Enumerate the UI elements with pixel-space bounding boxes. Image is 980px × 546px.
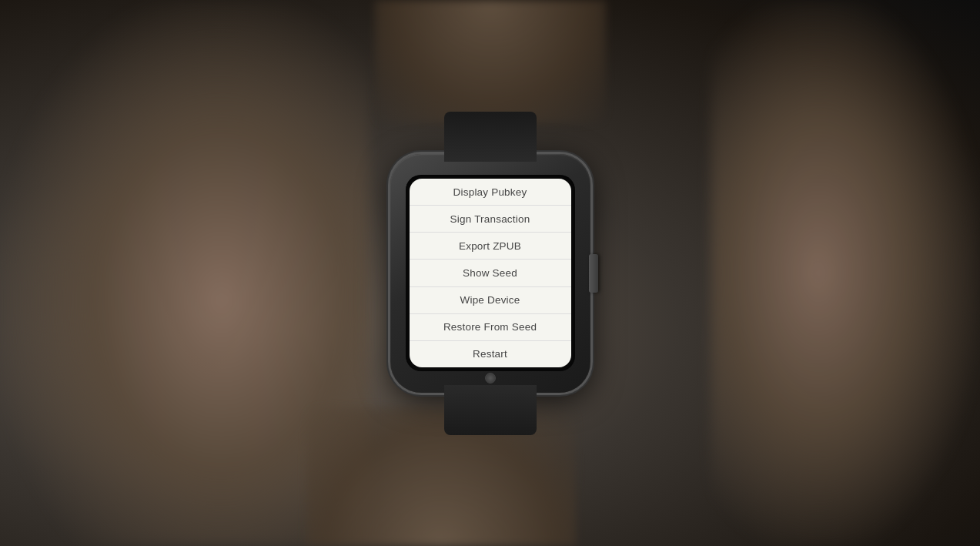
menu-item-label-show-seed: Show Seed <box>463 267 517 279</box>
watch-band-top <box>444 112 537 162</box>
watch-body: Display PubkeySign TransactionExport ZPU… <box>390 154 590 393</box>
menu-item-export-zpub[interactable]: Export ZPUB <box>410 233 571 260</box>
menu-item-wipe-device[interactable]: Wipe Device <box>410 287 571 314</box>
menu-item-label-restore-from-seed: Restore From Seed <box>443 321 537 333</box>
watch-side-button[interactable] <box>589 254 598 293</box>
watch-screen: Display PubkeySign TransactionExport ZPU… <box>410 179 571 367</box>
finger-top <box>375 0 606 123</box>
watch-screen-bezel: Display PubkeySign TransactionExport ZPU… <box>406 175 575 371</box>
watch-home-button[interactable] <box>485 373 496 384</box>
menu-item-restart[interactable]: Restart <box>410 341 571 367</box>
hand-right <box>711 0 980 546</box>
menu-item-restore-from-seed[interactable]: Restore From Seed <box>410 314 571 341</box>
menu-item-label-sign-transaction: Sign Transaction <box>450 213 530 225</box>
menu-item-show-seed[interactable]: Show Seed <box>410 260 571 286</box>
menu-item-label-display-pubkey: Display Pubkey <box>453 186 527 198</box>
menu-item-display-pubkey[interactable]: Display Pubkey <box>410 179 571 206</box>
menu-item-sign-transaction[interactable]: Sign Transaction <box>410 206 571 233</box>
menu-item-label-export-zpub: Export ZPUB <box>459 240 521 252</box>
menu-item-label-restart: Restart <box>473 348 507 360</box>
watch-band-bottom <box>444 385 537 435</box>
menu-item-label-wipe-device: Wipe Device <box>460 294 520 306</box>
